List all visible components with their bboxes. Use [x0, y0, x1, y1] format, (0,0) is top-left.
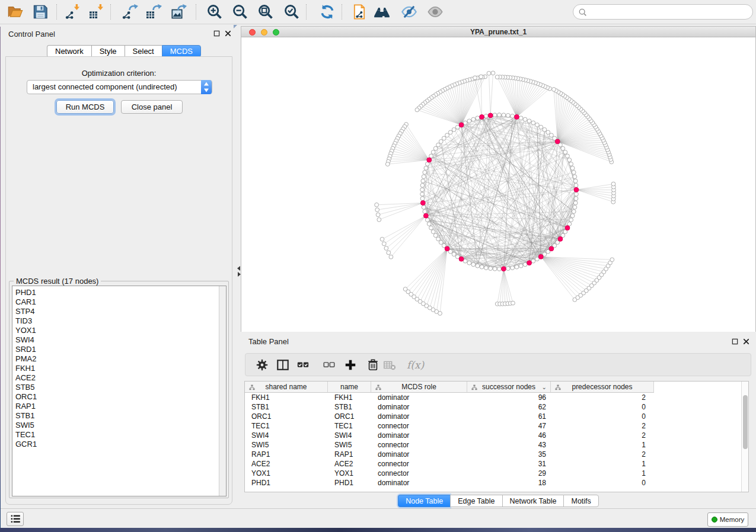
mcds-result-item[interactable]: PMA2	[15, 354, 226, 364]
tab-mcds[interactable]: MCDS	[162, 45, 201, 57]
cell-name[interactable]: SWI5	[328, 440, 371, 450]
cell-MCDS-role[interactable]: connector	[371, 440, 467, 450]
cell-MCDS-role[interactable]: connector	[371, 421, 467, 431]
delete-table-button[interactable]	[383, 358, 396, 374]
add-row-button[interactable]	[344, 358, 357, 374]
tab-node-table[interactable]: Node Table	[398, 495, 450, 507]
cell-MCDS-role[interactable]: dominator	[371, 393, 467, 402]
cell-shared-name[interactable]: RAP1	[245, 450, 328, 459]
delete-rows-button[interactable]	[366, 358, 379, 374]
table-settings-button[interactable]	[256, 358, 269, 374]
cell-name[interactable]: YOX1	[328, 469, 371, 478]
tab-edge-table[interactable]: Edge Table	[450, 495, 502, 507]
table-row-PHD1[interactable]: PHD1PHD1dominator180	[245, 478, 654, 488]
zoom-out-button[interactable]	[232, 4, 248, 20]
cell-predecessor-nodes[interactable]: 0	[551, 402, 654, 412]
mcds-result-item[interactable]: STB1	[15, 411, 226, 421]
table-scrollbar[interactable]	[741, 382, 748, 492]
table-scrollbar-thumb[interactable]	[743, 395, 748, 449]
cell-successor-nodes[interactable]: 61	[467, 412, 551, 421]
cell-shared-name[interactable]: FKH1	[245, 393, 328, 402]
table-row-STB1[interactable]: STB1STB1dominator620	[245, 402, 654, 412]
export-network-button[interactable]	[122, 4, 139, 20]
cell-successor-nodes[interactable]: 62	[467, 402, 551, 412]
tab-select[interactable]: Select	[125, 45, 162, 57]
network-graph[interactable]	[241, 38, 755, 332]
table-row-TEC1[interactable]: TEC1TEC1connector472	[245, 421, 654, 431]
mcds-result-list[interactable]: PHD1CAR1STP4TID3YOX1SWI4SRD1PMA2FKH1ACE2…	[12, 286, 227, 496]
cell-shared-name[interactable]: TEC1	[245, 421, 328, 431]
birdseye-button[interactable]	[374, 4, 390, 20]
network-view-titlebar[interactable]: YPA_prune.txt_1	[241, 27, 755, 37]
deselect-all-button[interactable]	[323, 358, 336, 374]
select-all-button[interactable]	[296, 358, 310, 374]
cell-MCDS-role[interactable]: dominator	[371, 402, 467, 412]
mcds-result-item[interactable]: STP4	[15, 307, 226, 316]
cell-predecessor-nodes[interactable]: 2	[551, 431, 654, 440]
cell-MCDS-role[interactable]: dominator	[371, 450, 467, 459]
table-row-ACE2[interactable]: ACE2ACE2connector311	[245, 459, 654, 469]
splitter-left-arrow-icon[interactable]	[237, 266, 240, 271]
clone-network-button[interactable]	[351, 4, 368, 20]
table-row-ORC1[interactable]: ORC1ORC1dominator610	[245, 412, 654, 421]
apply-function-button[interactable]: f(x)	[407, 358, 424, 371]
cell-successor-nodes[interactable]: 35	[467, 450, 551, 459]
cell-MCDS-role[interactable]: connector	[371, 459, 467, 469]
import-table-button[interactable]	[89, 4, 106, 20]
cell-successor-nodes[interactable]: 43	[467, 440, 551, 450]
status-menu-button[interactable]	[7, 512, 24, 526]
cell-name[interactable]: ORC1	[328, 412, 371, 421]
control-panel-close-icon[interactable]	[225, 30, 231, 37]
cell-shared-name[interactable]: SWI5	[245, 440, 328, 450]
cell-name[interactable]: FKH1	[328, 393, 371, 402]
mcds-result-item[interactable]: ORC1	[15, 392, 226, 402]
table-row-FKH1[interactable]: FKH1FKH1dominator962	[245, 393, 654, 402]
zoom-selected-button[interactable]	[283, 4, 300, 20]
cell-name[interactable]: PHD1	[328, 478, 371, 488]
tab-network-table[interactable]: Network Table	[502, 495, 564, 507]
cell-shared-name[interactable]: SWI4	[245, 431, 328, 440]
cell-name[interactable]: ACE2	[328, 459, 371, 469]
cell-MCDS-role[interactable]: dominator	[371, 431, 467, 440]
cell-shared-name[interactable]: ACE2	[245, 459, 328, 469]
table-panel-close-icon[interactable]	[743, 338, 749, 345]
cell-successor-nodes[interactable]: 96	[467, 393, 551, 402]
run-mcds-button[interactable]: Run MCDS	[56, 100, 114, 114]
mcds-result-item[interactable]: SWI4	[15, 335, 226, 345]
export-table-button[interactable]	[146, 4, 162, 20]
cell-name[interactable]: RAP1	[328, 450, 371, 459]
mcds-result-item[interactable]: FKH1	[15, 364, 226, 373]
cell-successor-nodes[interactable]: 47	[467, 421, 551, 431]
cell-successor-nodes[interactable]: 31	[467, 459, 551, 469]
mcds-result-item[interactable]: TEC1	[15, 430, 226, 440]
column-header-name[interactable]: name	[328, 382, 371, 393]
column-header-predecessor-nodes[interactable]: predecessor nodes	[551, 382, 654, 393]
splitter-collapse-icon[interactable]	[234, 25, 237, 28]
table-row-SWI5[interactable]: SWI5SWI5connector431	[245, 440, 654, 450]
mcds-result-item[interactable]: RAP1	[15, 402, 226, 411]
cell-predecessor-nodes[interactable]: 0	[551, 478, 654, 488]
cell-shared-name[interactable]: ORC1	[245, 412, 328, 421]
cell-MCDS-role[interactable]: dominator	[371, 412, 467, 421]
cell-predecessor-nodes[interactable]: 1	[551, 459, 654, 469]
search-input[interactable]	[573, 4, 753, 20]
mcds-result-item[interactable]: YOX1	[15, 326, 226, 335]
table-row-YOX1[interactable]: YOX1YOX1connector291	[245, 469, 654, 478]
cell-shared-name[interactable]: PHD1	[245, 478, 328, 488]
mcds-result-item[interactable]: CAR1	[15, 297, 226, 307]
show-panel-button[interactable]	[427, 4, 444, 20]
open-file-button[interactable]	[7, 4, 24, 20]
control-panel-float-icon[interactable]	[213, 30, 220, 37]
memory-button[interactable]: Memory	[707, 512, 748, 527]
tab-motifs[interactable]: Motifs	[563, 495, 598, 507]
cell-successor-nodes[interactable]: 18	[467, 478, 551, 488]
cell-name[interactable]: SWI4	[328, 431, 371, 440]
mcds-result-item[interactable]: ACE2	[15, 373, 226, 383]
cell-shared-name[interactable]: YOX1	[245, 469, 328, 478]
hide-panel-button[interactable]	[401, 4, 417, 20]
mcds-result-item[interactable]: GCR1	[15, 440, 226, 449]
cell-name[interactable]: STB1	[328, 402, 371, 412]
cell-predecessor-nodes[interactable]: 2	[551, 393, 654, 402]
table-panel-float-icon[interactable]	[732, 338, 738, 345]
import-network-button[interactable]	[65, 4, 82, 20]
